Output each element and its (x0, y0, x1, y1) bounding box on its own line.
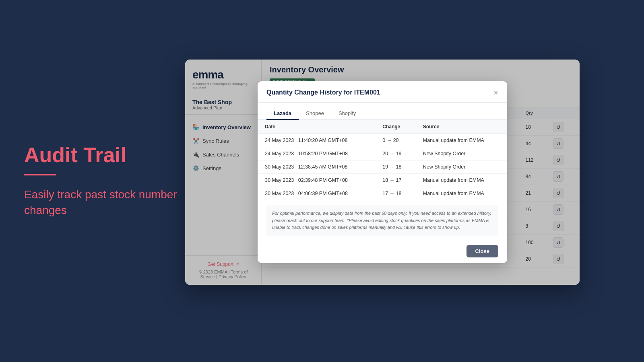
history-date: 30 May 2023 , 04:06:39 PM GMT+08 (258, 187, 375, 200)
history-change: 19 → 18 (375, 160, 416, 174)
history-date: 24 May 2023 , 10:58:20 PM GMT+08 (258, 147, 375, 160)
history-row: 24 May 2023 , 11:40:20 AM GMT+08 0 → 20 … (258, 134, 507, 147)
audit-divider (24, 174, 56, 175)
history-source: Manual update from EMMA (416, 174, 507, 187)
history-change: 17 → 18 (375, 187, 416, 200)
history-date: 30 May 2023 , 12:38:45 AM GMT+08 (258, 160, 375, 174)
audit-subtitle: Easily track past stock number changes (24, 187, 177, 218)
modal-close-button[interactable]: × (493, 88, 498, 97)
col-change: Change (375, 120, 416, 134)
history-change: 0 → 20 (375, 134, 416, 147)
col-date: Date (258, 120, 375, 134)
audit-title: Audit Trail (24, 144, 177, 167)
history-date: 30 May 2023 , 02:39:48 PM GMT+08 (258, 174, 375, 187)
modal-overlay: Quantity Change History for ITEM001 × La… (185, 60, 580, 285)
quantity-change-modal: Quantity Change History for ITEM001 × La… (258, 81, 507, 263)
modal-title: Quantity Change History for ITEM001 (266, 89, 380, 96)
history-date: 24 May 2023 , 11:40:20 AM GMT+08 (258, 134, 375, 147)
history-row: 30 May 2023 , 04:06:39 PM GMT+08 17 → 18… (258, 187, 507, 200)
modal-tabs: Lazada Shopee Shopify (258, 103, 507, 120)
history-row: 30 May 2023 , 02:39:48 PM GMT+08 18 → 17… (258, 174, 507, 187)
tab-lazada[interactable]: Lazada (266, 107, 299, 120)
history-change: 20 → 19 (375, 147, 416, 160)
tab-shopee[interactable]: Shopee (299, 107, 331, 120)
history-source: Manual update from EMMA (416, 134, 507, 147)
modal-footer: Close (258, 241, 507, 263)
history-change: 18 → 17 (375, 174, 416, 187)
history-row: 30 May 2023 , 12:38:45 AM GMT+08 19 → 18… (258, 160, 507, 174)
app-window: emma e-commerce marketplace managing ass… (185, 60, 580, 285)
history-row: 24 May 2023 , 10:58:20 PM GMT+08 20 → 19… (258, 147, 507, 160)
history-source: Manual update from EMMA (416, 187, 507, 200)
modal-header: Quantity Change History for ITEM001 × (258, 81, 507, 103)
tab-shopify[interactable]: Shopify (331, 107, 363, 120)
modal-note: For optimal performance, we display data… (266, 205, 498, 236)
history-table: Date Change Source 24 May 2023 , 11:40:2… (258, 120, 507, 200)
left-panel: Audit Trail Easily track past stock numb… (24, 144, 177, 218)
col-source: Source (416, 120, 507, 134)
history-source: New Shopify Order (416, 147, 507, 160)
close-modal-button[interactable]: Close (466, 245, 498, 257)
history-source: New Shopify Order (416, 160, 507, 174)
